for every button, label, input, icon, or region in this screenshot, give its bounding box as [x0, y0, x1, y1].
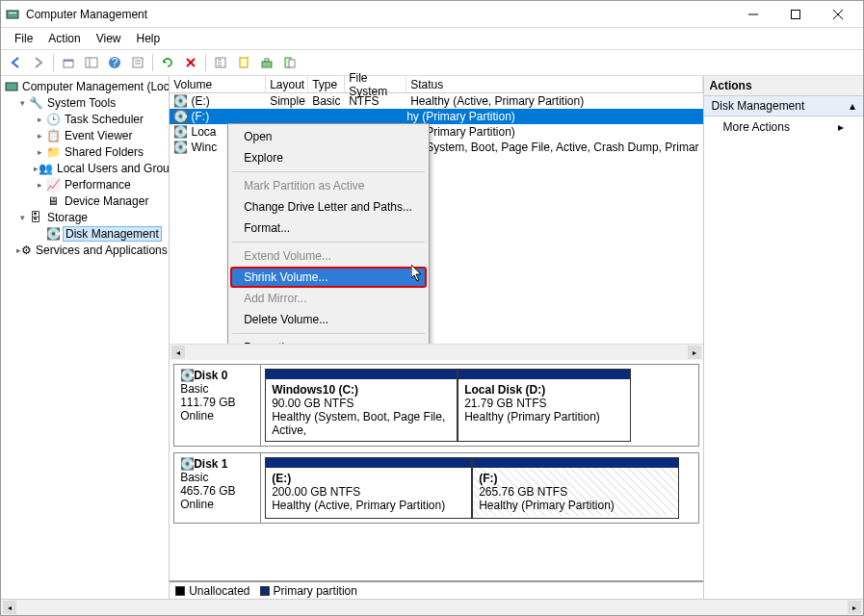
menu-action[interactable]: Action: [40, 30, 88, 47]
ctx-extend: Extend Volume...: [230, 245, 427, 267]
svg-rect-23: [6, 83, 17, 90]
wizard-button[interactable]: [279, 52, 301, 73]
new-button[interactable]: [233, 52, 254, 73]
legend-unallocated: Unallocated: [175, 584, 249, 598]
svg-rect-19: [262, 62, 272, 67]
col-layout[interactable]: Layout: [266, 76, 308, 92]
device-icon: 🖥: [45, 193, 61, 209]
tree-shared-folders[interactable]: ▸📁Shared Folders: [1, 143, 169, 160]
collapse-icon[interactable]: ▾: [16, 98, 28, 108]
up-button[interactable]: [58, 52, 79, 73]
partition[interactable]: Local Disk (D:) 21.79 GB NTFS Healthy (P…: [458, 369, 631, 442]
expand-icon[interactable]: ▸: [34, 180, 45, 190]
show-hide-tree-button[interactable]: [81, 52, 102, 73]
tree-storage[interactable]: ▾🗄Storage: [1, 209, 169, 225]
svg-rect-22: [289, 60, 295, 67]
partition[interactable]: Windows10 (C:) 90.00 GB NTFS Healthy (Sy…: [265, 369, 458, 442]
event-icon: 📋: [45, 128, 61, 143]
perf-icon: 📈: [45, 177, 61, 192]
ctx-open[interactable]: Open: [230, 126, 427, 147]
ctx-change-letter[interactable]: Change Drive Letter and Paths...: [230, 196, 427, 218]
title-bar: Computer Management: [1, 1, 863, 28]
clock-icon: 🕒: [45, 112, 61, 127]
maximize-button[interactable]: [774, 1, 817, 28]
delete-button[interactable]: [180, 52, 201, 73]
volume-list: 💽 (E:) Simple Basic NTFS Healthy (Active…: [170, 93, 702, 344]
col-type[interactable]: Type: [308, 76, 345, 92]
partition-selected[interactable]: (F:) 265.76 GB NTFS Healthy (Primary Par…: [472, 457, 679, 519]
ctx-mark-active: Mark Partition as Active: [230, 175, 427, 196]
tree-performance[interactable]: ▸📈Performance: [1, 176, 169, 192]
scroll-left-icon[interactable]: ◂: [171, 346, 185, 359]
expand-icon[interactable]: ▸: [34, 131, 45, 141]
list-view-button[interactable]: [210, 52, 231, 73]
refresh-button[interactable]: [157, 52, 178, 73]
disk-info[interactable]: 💽Disk 1 Basic 465.76 GB Online: [174, 453, 261, 523]
properties-button[interactable]: [127, 52, 148, 73]
close-button[interactable]: [817, 1, 859, 28]
disk-icon: 💽: [180, 369, 194, 382]
expand-icon[interactable]: ▸: [34, 147, 45, 157]
actions-more[interactable]: More Actions ▸: [704, 116, 863, 138]
tree-system-tools[interactable]: ▾🔧System Tools: [1, 94, 169, 111]
console-icon: [5, 79, 18, 94]
back-button[interactable]: [5, 52, 26, 73]
disk-icon: 💽: [180, 457, 194, 471]
disk-icon: 💽: [45, 226, 61, 242]
tree-services[interactable]: ▸⚙Services and Applications: [1, 242, 169, 258]
tree-event-viewer[interactable]: ▸📋Event Viewer: [1, 127, 169, 143]
collapse-icon[interactable]: ▾: [16, 213, 28, 222]
col-status[interactable]: Status: [406, 76, 702, 92]
ctx-format[interactable]: Format...: [230, 218, 427, 239]
navigation-tree: Computer Management (Local ▾🔧System Tool…: [1, 76, 170, 599]
collapse-icon[interactable]: ▴: [850, 99, 855, 113]
settings-button[interactable]: [256, 52, 277, 73]
ctx-properties[interactable]: Properties: [230, 337, 427, 344]
tree-local-users[interactable]: ▸👥Local Users and Groups: [1, 160, 169, 176]
scroll-right-icon[interactable]: ▸: [848, 601, 861, 614]
menu-file[interactable]: File: [7, 30, 40, 47]
ctx-shrink[interactable]: Shrink Volume...: [230, 267, 427, 288]
minimize-button[interactable]: [732, 1, 774, 28]
volume-row[interactable]: 💽 (E:) Simple Basic NTFS Healthy (Active…: [170, 93, 702, 109]
bottom-scrollbar[interactable]: ◂ ▸: [1, 599, 863, 615]
svg-rect-0: [7, 11, 18, 18]
tree-root[interactable]: Computer Management (Local: [1, 78, 169, 94]
svg-rect-12: [133, 58, 143, 67]
disk-row: 💽Disk 1 Basic 465.76 GB Online (E:) 200.…: [173, 452, 698, 524]
menu-view[interactable]: View: [89, 30, 129, 47]
ctx-explore[interactable]: Explore: [230, 147, 427, 168]
actions-group[interactable]: Disk Management ▴: [704, 96, 863, 116]
ctx-delete[interactable]: Delete Volume...: [230, 309, 427, 330]
svg-rect-1: [9, 13, 16, 13]
submenu-icon: ▸: [838, 120, 844, 134]
volume-list-scrollbar[interactable]: ◂ ▸: [170, 344, 702, 360]
disk-info[interactable]: 💽Disk 0 Basic 111.79 GB Online: [174, 365, 261, 446]
col-volume[interactable]: Volume: [170, 76, 266, 92]
partition[interactable]: (E:) 200.00 GB NTFS Healthy (Active, Pri…: [265, 457, 472, 519]
context-menu: Open Explore Mark Partition as Active Ch…: [227, 123, 430, 344]
users-icon: 👥: [39, 161, 53, 176]
toolbar: ?: [1, 49, 863, 76]
actions-header: Actions: [704, 76, 863, 96]
tree-task-scheduler[interactable]: ▸🕒Task Scheduler: [1, 111, 169, 127]
menu-bar: File Action View Help: [1, 28, 863, 49]
svg-rect-7: [64, 60, 73, 62]
expand-icon[interactable]: ▸: [34, 115, 45, 124]
col-filesystem[interactable]: File System: [345, 76, 406, 92]
center-pane: Volume Layout Type File System Status 💽 …: [170, 76, 703, 599]
scroll-right-icon[interactable]: ▸: [688, 346, 701, 359]
volume-row-selected[interactable]: 💽 (F:) hy (Primary Partition): [170, 109, 702, 124]
disk-graphical-view: 💽Disk 0 Basic 111.79 GB Online Windows10…: [170, 360, 702, 580]
tree-disk-management[interactable]: 💽Disk Management: [1, 225, 169, 242]
svg-rect-8: [86, 58, 97, 67]
menu-help[interactable]: Help: [129, 30, 169, 47]
svg-rect-20: [265, 59, 269, 62]
app-icon: [5, 7, 20, 22]
tree-device-manager[interactable]: 🖥Device Manager: [1, 192, 169, 209]
volume-list-header: Volume Layout Type File System Status: [170, 76, 702, 93]
forward-button[interactable]: [28, 52, 49, 73]
scroll-left-icon[interactable]: ◂: [3, 601, 16, 614]
storage-icon: 🗄: [28, 210, 43, 225]
help-button[interactable]: ?: [104, 52, 125, 73]
